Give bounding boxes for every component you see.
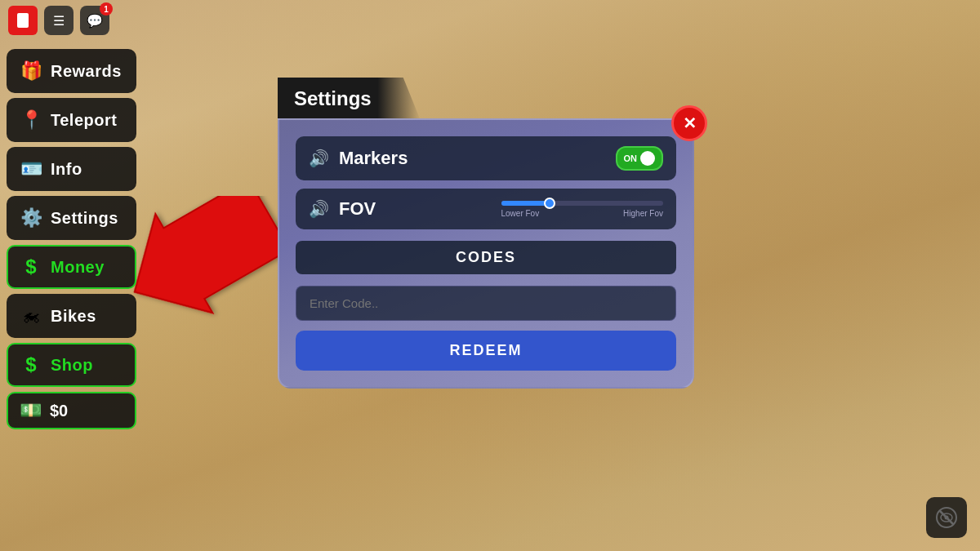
sidebar-label-rewards: Rewards — [51, 62, 122, 81]
sidebar-label-teleport: Teleport — [51, 111, 117, 130]
sidebar-item-money[interactable]: $ Money — [7, 245, 136, 289]
modal-body: ✕ 🔊 Markers ON 🔊 FOV Lower Fov High — [278, 118, 694, 389]
close-button[interactable]: ✕ — [671, 105, 707, 141]
fov-labels: Lower Fov Higher Fov — [501, 209, 664, 218]
sidebar-item-bikes[interactable]: 🏍 Bikes — [7, 294, 136, 338]
sidebar-item-settings[interactable]: ⚙️ Settings — [7, 196, 136, 240]
sidebar-label-shop: Shop — [51, 356, 93, 375]
sidebar-label-info: Info — [51, 160, 82, 179]
svg-rect-0 — [17, 13, 29, 28]
fov-sound-icon: 🔊 — [309, 199, 329, 219]
toggle-circle — [640, 151, 655, 166]
sidebar-label-money: Money — [51, 258, 105, 277]
sidebar-item-rewards[interactable]: 🎁 Rewards — [7, 49, 136, 93]
menu-icon: ☰ — [53, 13, 65, 29]
markers-toggle[interactable]: ON — [616, 146, 664, 171]
notification-badge: 1 — [100, 2, 113, 16]
fov-higher-label: Higher Fov — [623, 209, 663, 218]
sidebar-item-teleport[interactable]: 📍 Teleport — [7, 98, 136, 142]
teleport-icon: 📍 — [20, 109, 42, 131]
eye-slash-icon — [935, 506, 958, 529]
toggle-on-text: ON — [624, 153, 638, 163]
settings-modal: Settings ✕ 🔊 Markers ON 🔊 FOV — [278, 78, 694, 389]
balance-amount: $0 — [50, 402, 68, 420]
sidebar-item-shop[interactable]: $ Shop — [7, 343, 136, 387]
code-input[interactable] — [296, 286, 676, 321]
modal-title-bar: Settings — [278, 78, 421, 120]
markers-sound-icon: 🔊 — [309, 149, 329, 168]
close-icon: ✕ — [683, 113, 697, 133]
top-bar: ☰ 💬 1 — [0, 0, 980, 41]
codes-header: CODES — [296, 241, 676, 274]
fov-fill — [501, 201, 550, 206]
markers-label: Markers — [339, 148, 616, 169]
sidebar: 🎁 Rewards 📍 Teleport 🪪 Info ⚙️ Settings … — [0, 41, 143, 438]
rewards-icon: 🎁 — [20, 60, 42, 82]
fov-lower-label: Lower Fov — [501, 209, 540, 218]
fov-label: FOV — [339, 198, 501, 220]
markers-row: 🔊 Markers ON — [296, 136, 676, 180]
settings-icon: ⚙️ — [20, 207, 42, 229]
balance-icon: 💵 — [20, 400, 42, 421]
redeem-button[interactable]: REDEEM — [296, 331, 676, 371]
menu-button[interactable]: ☰ — [44, 6, 74, 35]
shop-dollar-icon: $ — [20, 353, 42, 376]
bikes-icon: 🏍 — [20, 305, 42, 327]
codes-title: CODES — [456, 249, 516, 265]
fov-row: 🔊 FOV Lower Fov Higher Fov — [296, 189, 676, 229]
bottom-right-icon[interactable] — [926, 497, 967, 538]
sidebar-item-info[interactable]: 🪪 Info — [7, 147, 136, 191]
money-dollar-icon: $ — [20, 256, 42, 278]
sidebar-label-settings: Settings — [51, 209, 118, 228]
chat-button[interactable]: 💬 1 — [80, 6, 109, 35]
sidebar-label-bikes: Bikes — [51, 307, 96, 326]
chat-icon: 💬 — [87, 13, 103, 29]
fov-slider-container: Lower Fov Higher Fov — [501, 201, 664, 218]
roblox-logo — [8, 6, 38, 35]
info-icon: 🪪 — [20, 158, 42, 180]
svg-point-5 — [945, 516, 949, 520]
balance-display: 💵 $0 — [7, 392, 136, 429]
modal-title: Settings — [294, 87, 372, 109]
fov-thumb — [544, 198, 555, 209]
fov-track[interactable] — [501, 201, 664, 206]
